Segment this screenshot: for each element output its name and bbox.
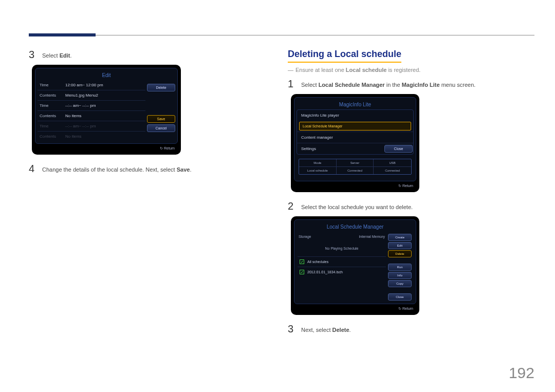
checkbox-icon[interactable]: ✓ — [300, 270, 304, 274]
panel-title: MagicInfo Lite — [297, 100, 414, 109]
close-button[interactable]: Close — [384, 145, 413, 153]
checkbox-icon[interactable]: ✓ — [300, 259, 304, 264]
row-value: Menu1.jpg Menu2 — [65, 93, 143, 98]
schedule-item[interactable]: ✓ 2012.01.01_1834.lsch — [298, 267, 386, 277]
row-value: 12:00 am~ 12:00 pm — [65, 83, 143, 87]
step-text: Select Edit. — [42, 49, 71, 61]
status-grid: Mode Server USB Local schedule Connected… — [299, 159, 412, 175]
section-heading: Deleting a Local schedule — [288, 49, 401, 63]
row-label: Contents — [40, 114, 65, 118]
list-item-label: All schedules — [307, 260, 328, 264]
panel-title: Edit — [38, 70, 175, 80]
playing-schedule-status: No Playing Schedule — [298, 240, 386, 256]
delete-button[interactable]: Delete — [388, 250, 412, 257]
row-label: Time — [40, 103, 65, 108]
edit-button[interactable]: Edit — [388, 242, 412, 249]
step-1-right: 1 Select Local Schedule Manager in the M… — [288, 78, 524, 90]
page-number: 192 — [509, 364, 534, 382]
save-button[interactable]: Save — [147, 115, 175, 123]
panel-title: Local Schedule Manager — [297, 222, 414, 232]
local-schedule-manager-panel: Local Schedule Manager Storage Internal … — [291, 216, 419, 315]
step-text: Select the local schedule you want to de… — [301, 200, 413, 212]
list-item-label: 2012.01.01_1834.lsch — [307, 270, 343, 274]
row-label: Contents — [40, 134, 65, 139]
left-column: 3 Select Edit. Edit Time 12:00 am~ 12:00… — [29, 49, 265, 179]
cancel-button[interactable]: Cancel — [147, 124, 175, 132]
note: ―Ensure at least one Local schedule is r… — [288, 67, 524, 73]
menu-item-player[interactable]: MagicInfo Lite player — [297, 110, 413, 121]
step-number: 2 — [288, 200, 301, 212]
return-icon: ↺ — [398, 307, 401, 311]
row-value: --:-- am~ --:-- pm — [65, 124, 143, 128]
step-2-right: 2 Select the local schedule you want to … — [288, 200, 524, 212]
step-text: Select Local Schedule Manager in the Mag… — [301, 78, 475, 90]
copy-button[interactable]: Copy — [388, 280, 412, 287]
step-number: 1 — [288, 78, 301, 90]
status-header-usb: USB — [374, 159, 411, 167]
edit-panel: Edit Time 12:00 am~ 12:00 pm Contents Me… — [32, 65, 181, 155]
status-value-usb: Connected — [374, 167, 411, 174]
row-value: No items — [65, 114, 143, 118]
row-label: Time — [40, 124, 65, 128]
run-button[interactable]: Run — [388, 264, 412, 271]
status-value-server: Connected — [337, 167, 374, 174]
return-icon: ↺ — [160, 146, 163, 151]
storage-label: Storage — [299, 235, 311, 238]
step-number: 3 — [29, 49, 42, 61]
header-divider — [29, 35, 534, 35]
return-label: ↺Return — [35, 144, 178, 152]
row-value: No items — [65, 134, 143, 139]
step-4-left: 4 Change the details of the local schedu… — [29, 163, 265, 175]
schedule-item-all[interactable]: ✓ All schedules — [298, 256, 386, 267]
step-number: 4 — [29, 163, 42, 175]
storage-value: Internal Memory — [359, 235, 385, 238]
status-value-mode: Local schedule — [299, 167, 337, 174]
create-button[interactable]: Create — [388, 234, 412, 241]
delete-button[interactable]: Delete — [147, 84, 175, 91]
step-3-right: 3 Next, select Delete. — [288, 323, 524, 335]
return-label: ↺Return — [294, 181, 416, 189]
row-value: --:-- am~ --:-- pm — [65, 103, 143, 108]
close-button[interactable]: Close — [388, 293, 412, 301]
status-header-mode: Mode — [299, 159, 337, 167]
step-text: Change the details of the local schedule… — [42, 163, 191, 175]
step-3-left: 3 Select Edit. — [29, 49, 265, 61]
step-text: Next, select Delete. — [301, 323, 351, 335]
row-label: Contents — [40, 93, 65, 98]
menu-item-content-manager[interactable]: Content manager — [297, 132, 413, 143]
step-number: 3 — [288, 323, 301, 335]
header-accent — [29, 33, 96, 36]
magicinfo-panel: MagicInfo Lite MagicInfo Lite player Loc… — [291, 94, 419, 192]
right-column: Deleting a Local schedule ―Ensure at lea… — [288, 49, 524, 339]
menu-item-local-schedule-manager[interactable]: Local Schedule Manager — [299, 122, 411, 130]
return-icon: ↺ — [398, 184, 401, 188]
row-label: Time — [40, 83, 65, 87]
info-button[interactable]: Info — [388, 272, 412, 279]
return-label: ↺Return — [294, 304, 416, 312]
status-header-server: Server — [337, 159, 374, 167]
